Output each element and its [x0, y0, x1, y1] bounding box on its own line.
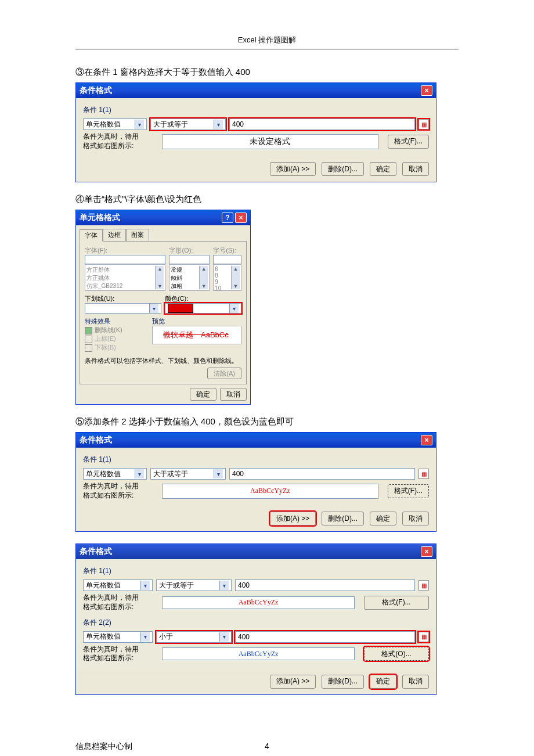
- chevron-down-icon: ▾: [135, 469, 144, 478]
- color-label: 颜色(C):: [165, 294, 241, 303]
- cancel-button[interactable]: 取消: [220, 388, 247, 401]
- size-list[interactable]: 6 8 9 10 ▲▼: [213, 264, 241, 291]
- add-button[interactable]: 添加(A) >>: [270, 162, 316, 176]
- chevron-down-icon: ▾: [149, 304, 158, 313]
- dialog-title: 条件格式: [80, 546, 421, 557]
- operator-combo[interactable]: 大于或等于▾: [150, 118, 226, 130]
- strike-label: 删除线(K): [95, 326, 122, 333]
- condition-2-label: 条件 2(2): [83, 618, 429, 628]
- range-picker-icon[interactable]: ▦: [418, 469, 429, 479]
- delete-button[interactable]: 删除(D)...: [322, 512, 364, 525]
- page-header: Excel 操作题图解: [75, 35, 459, 45]
- condition-1-label: 条件 1(1): [83, 455, 429, 465]
- operator-text: 大于或等于: [153, 120, 188, 129]
- format-preview: 未设定格式: [162, 134, 378, 149]
- preview-sample: 微软卓越 AaBbCc: [152, 326, 241, 344]
- format-hint-1: 条件为真时，待用格式如右图所示:: [83, 593, 158, 611]
- subscript-checkbox[interactable]: [85, 344, 92, 352]
- format-note: 条件格式可以包括字体样式、下划线、颜色和删除线。: [85, 357, 241, 365]
- clear-button[interactable]: 清除(A): [207, 368, 241, 379]
- color-combo[interactable]: ▾: [165, 303, 241, 314]
- ok-button[interactable]: 确定: [190, 388, 217, 401]
- dialog-title: 单元格格式: [80, 213, 222, 223]
- font-list[interactable]: 方正舒体 方正姚体 仿宋_GB2312 黑体 ▲▼: [85, 264, 165, 291]
- close-icon[interactable]: ×: [421, 546, 432, 557]
- range-picker-icon[interactable]: ▦: [418, 119, 429, 129]
- range-picker-icon[interactable]: ▦: [418, 580, 429, 591]
- cancel-button[interactable]: 取消: [402, 512, 429, 525]
- strikethrough-checkbox[interactable]: [85, 327, 92, 334]
- value-input-1[interactable]: 400: [235, 579, 415, 591]
- operator-combo-1[interactable]: 大于或等于▾: [156, 579, 232, 591]
- effects-title: 特殊效果: [85, 317, 149, 326]
- style-input[interactable]: [169, 255, 210, 264]
- style-list[interactable]: 常规 倾斜 加粗 加粗 倾斜 ▲▼: [169, 264, 210, 291]
- ok-button[interactable]: 确定: [370, 512, 396, 525]
- titlebar: 条件格式 ×: [76, 544, 436, 559]
- value-input-2[interactable]: 400: [235, 631, 415, 643]
- close-icon[interactable]: ×: [421, 85, 432, 96]
- underline-label: 下划线(U):: [85, 294, 161, 303]
- cell-value-combo-1[interactable]: 单元格数值▾: [83, 579, 153, 591]
- add-button[interactable]: 添加(A) >>: [270, 512, 316, 525]
- dialog-conditional-format-1: 条件格式 × 条件 1(1) 单元格数值▾ 大于或等于▾ 400 ▦ 条件为真时…: [75, 82, 436, 182]
- help-icon[interactable]: ?: [222, 213, 233, 223]
- titlebar: 单元格格式 ? ×: [76, 210, 250, 225]
- operator-combo-2[interactable]: 小于▾: [156, 631, 232, 643]
- ok-button[interactable]: 确定: [370, 162, 396, 176]
- cancel-button[interactable]: 取消: [402, 675, 429, 689]
- cell-value-combo-2[interactable]: 单元格数值▾: [83, 631, 153, 643]
- dialog-conditional-format-3: 条件格式 × 条件 1(1) 单元格数值▾ 大于或等于▾ 400 ▦ 条件为真时…: [75, 543, 436, 694]
- close-icon[interactable]: ×: [235, 213, 247, 223]
- chevron-down-icon: ▾: [140, 632, 150, 642]
- format-button-2[interactable]: 格式(O)...: [364, 647, 429, 661]
- format-button[interactable]: 格式(F)...: [388, 135, 429, 149]
- tab-pattern[interactable]: 图案: [126, 229, 149, 241]
- chevron-down-icon: ▾: [219, 581, 229, 590]
- step-4-text: ④单击“格式”\字体\颜色\设为红色: [75, 194, 459, 205]
- format-preview-2: AaBbCcYyZz: [162, 647, 355, 660]
- chevron-down-icon: ▾: [214, 120, 223, 129]
- add-button[interactable]: 添加(A) >>: [270, 675, 316, 689]
- footer-page-number: 4: [203, 741, 331, 752]
- chevron-down-icon: ▾: [135, 120, 144, 129]
- size-label: 字号(S):: [213, 246, 241, 255]
- cell-value-combo[interactable]: 单元格数值▾: [83, 118, 147, 130]
- format-button-1[interactable]: 格式(F)...: [364, 596, 429, 610]
- format-button[interactable]: 格式(F)...: [388, 484, 429, 498]
- titlebar: 条件格式 ×: [76, 433, 436, 448]
- condition-1-label: 条件 1(1): [83, 105, 429, 115]
- tab-font[interactable]: 字体: [80, 229, 103, 242]
- delete-button[interactable]: 删除(D)...: [322, 675, 364, 689]
- step-3-text: ③在条件 1 窗格内选择大于等于数值输入 400: [75, 67, 459, 78]
- chevron-down-icon: ▾: [219, 632, 229, 642]
- operator-combo[interactable]: 大于或等于▾: [150, 468, 226, 480]
- font-input[interactable]: [85, 255, 165, 264]
- step-5-text: ⑤添加条件 2 选择小于数值输入 400，颜色设为蓝色即可: [75, 416, 459, 427]
- value-input[interactable]: 400: [229, 468, 415, 480]
- cancel-button[interactable]: 取消: [402, 162, 429, 176]
- value-input[interactable]: 400: [229, 118, 415, 130]
- font-label: 字体(F):: [85, 246, 165, 255]
- cell-value-combo[interactable]: 单元格数值▾: [83, 468, 147, 480]
- close-icon[interactable]: ×: [421, 435, 432, 445]
- ok-button[interactable]: 确定: [370, 675, 396, 689]
- tab-border[interactable]: 边框: [103, 229, 126, 241]
- header-rule: [75, 49, 459, 49]
- titlebar: 条件格式 ×: [76, 83, 436, 98]
- underline-combo[interactable]: ▾: [85, 303, 161, 314]
- size-input[interactable]: [213, 255, 241, 264]
- dialog-cell-format: 单元格格式 ? × 字体 边框 图案 字体(F): 方正舒体 方正姚体 仿宋_G…: [75, 210, 251, 405]
- dialog-conditional-format-2: 条件格式 × 条件 1(1) 单元格数值▾ 大于或等于▾ 400 ▦ 条件为真时…: [75, 432, 436, 532]
- dialog-title: 条件格式: [80, 85, 421, 96]
- format-preview-1: AaBbCcYyZz: [162, 596, 355, 609]
- range-picker-icon[interactable]: ▦: [418, 632, 429, 642]
- format-hint: 条件为真时，待用格式如右图所示:: [83, 132, 158, 150]
- footer-left: 信息档案中心制: [75, 741, 203, 752]
- superscript-checkbox[interactable]: [85, 336, 92, 343]
- cell-value-text: 单元格数值: [86, 120, 121, 129]
- delete-button[interactable]: 删除(D)...: [322, 162, 364, 176]
- format-hint: 条件为真时，待用格式如右图所示:: [83, 482, 158, 500]
- super-label: 上标(E): [95, 335, 116, 342]
- format-hint-2: 条件为真时，待用格式如右图所示:: [83, 645, 158, 663]
